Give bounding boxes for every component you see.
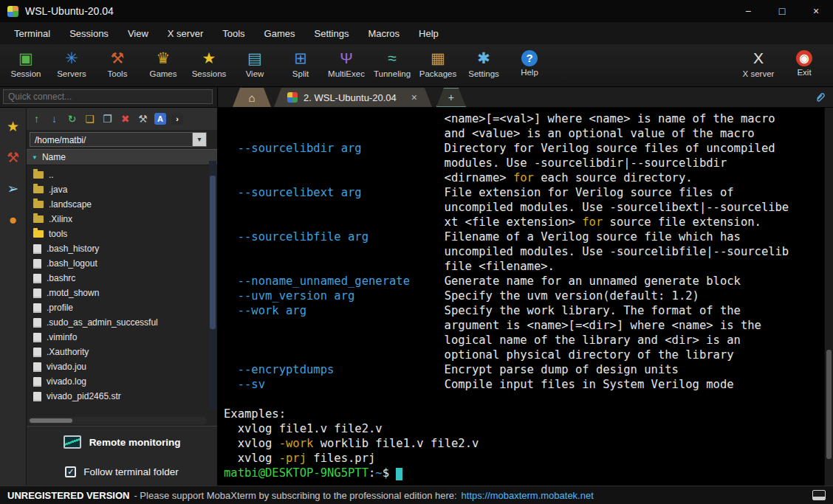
file-row[interactable]: .Xauthority: [27, 345, 217, 359]
mobatek-link[interactable]: https://mobaxterm.mobatek.net: [462, 490, 594, 501]
quick-connect-input[interactable]: [3, 89, 213, 104]
file-row[interactable]: vivado.log: [27, 374, 217, 389]
file-name: .java: [49, 184, 67, 195]
menu-x-server[interactable]: X server: [158, 28, 213, 39]
horizontal-scrollbar-thumb[interactable]: [30, 418, 72, 423]
file-row[interactable]: .profile: [27, 300, 217, 315]
terminal-line: matbi@DESKTOP-9NG5PTT:~$: [224, 466, 824, 480]
file-row[interactable]: vivado.jou: [27, 359, 217, 374]
menu-view[interactable]: View: [118, 28, 158, 39]
toolbar-games-button[interactable]: ♛Games: [140, 46, 186, 78]
terminal-scrollbar[interactable]: [824, 108, 833, 486]
file-name: vivado.jou: [47, 362, 86, 372]
folder-icon: [33, 215, 44, 223]
new-tab-button[interactable]: +: [436, 88, 466, 107]
remote-monitoring-button[interactable]: Remote monitoring: [27, 427, 217, 458]
terminal-line: xvlog file1.v file2.v: [224, 421, 824, 436]
toolbar-tools-button[interactable]: ⚒Tools: [95, 46, 140, 78]
terminal-line: xt <file extension> for source file exte…: [224, 215, 824, 229]
terminal-line: --work arg Specify the work library. The…: [224, 303, 824, 318]
path-combobox[interactable]: /home/matbi/: [30, 132, 193, 147]
new-folder-icon[interactable]: ❏: [82, 111, 97, 126]
file-name: .viminfo: [47, 332, 77, 342]
minimize-button[interactable]: −: [731, 0, 765, 22]
toolbar-sessions-button[interactable]: ★Sessions: [186, 46, 232, 78]
toolbar-packages-button[interactable]: ▦Packages: [415, 46, 461, 78]
file-row[interactable]: .viminfo: [27, 330, 217, 345]
toolbar-button-label: Tunneling: [374, 69, 411, 78]
path-row: /home/matbi/ ▾: [27, 130, 217, 149]
file-row[interactable]: .motd_shown: [27, 286, 217, 300]
toolbar-settings-button[interactable]: ✱Settings: [461, 46, 507, 78]
file-row[interactable]: .java: [27, 182, 217, 197]
terminal-line: --sv Compile input files in System Veril…: [224, 377, 824, 392]
file-row[interactable]: vivado_pid2465.str: [27, 389, 217, 404]
detach-terminal-icon[interactable]: [812, 490, 826, 500]
toolbar-help-button[interactable]: ?Help: [507, 46, 552, 77]
file-row[interactable]: .Xilinx: [27, 212, 217, 227]
terminal-line: xvlog -prj files.prj: [224, 451, 824, 466]
tab-home[interactable]: ⌂: [233, 88, 271, 107]
new-file-icon[interactable]: ❐: [100, 111, 115, 126]
sessions-tab-icon[interactable]: ★: [7, 120, 19, 134]
toolbar-servers-button[interactable]: ✳Servers: [49, 46, 95, 78]
window-title: WSL-Ubuntu-20.04: [25, 5, 114, 17]
file-list-scrollbar[interactable]: [209, 161, 216, 409]
menu-terminal[interactable]: Terminal: [4, 28, 60, 39]
file-row[interactable]: .bash_logout: [27, 256, 217, 271]
split-icon: ⊞: [294, 49, 307, 68]
terminal-line: uncompiled modules. Use -sourcelibext|--…: [224, 200, 824, 215]
font-size-icon[interactable]: A: [154, 113, 166, 125]
macros-tab-icon[interactable]: ➢: [7, 182, 19, 196]
tools-tab-icon[interactable]: ⚒: [7, 151, 19, 165]
file-row[interactable]: .bashrc: [27, 271, 217, 286]
terminal-output[interactable]: <name>[=<val>] where <name> is name of t…: [218, 108, 824, 486]
file-row[interactable]: .bash_history: [27, 241, 217, 256]
menu-help[interactable]: Help: [409, 28, 448, 39]
terminal-line: argument is <name>[=<dir>] where <name> …: [224, 318, 824, 333]
horizontal-scrollbar[interactable]: [28, 417, 207, 424]
file-list-header[interactable]: ▼ Name: [27, 149, 217, 165]
file-name: .bash_history: [47, 244, 99, 254]
terminal-scrollbar-thumb[interactable]: [826, 350, 832, 459]
file-row[interactable]: .sudo_as_admin_successful: [27, 315, 217, 330]
file-list-scrollbar-thumb[interactable]: [210, 176, 216, 329]
console-icon[interactable]: ›: [171, 113, 183, 125]
wsl-session-icon: [287, 92, 298, 103]
refresh-icon[interactable]: ↻: [64, 111, 80, 126]
menu-settings[interactable]: Settings: [305, 28, 359, 39]
toolbar-multiexec-button[interactable]: ΨMultiExec: [323, 46, 369, 78]
terminal-line: optional physical directory of the libra…: [224, 348, 824, 362]
toolbar-split-button[interactable]: ⊞Split: [278, 46, 323, 78]
toolbar-x-server-button[interactable]: XX server: [736, 46, 781, 78]
upload-icon[interactable]: ↑: [29, 111, 44, 126]
combobox-arrow-icon[interactable]: ▾: [193, 132, 207, 147]
name-column-header: Name: [42, 152, 66, 162]
toolbar-tunneling-button[interactable]: ≈Tunneling: [369, 46, 415, 78]
delete-icon[interactable]: ✖: [117, 111, 133, 126]
toolbar-exit-button[interactable]: ◉Exit: [781, 46, 827, 77]
file-row[interactable]: tools: [27, 227, 217, 241]
toolbar-view-button[interactable]: ▤View: [232, 46, 278, 78]
toolbar-button-label: Sessions: [192, 69, 227, 78]
toolbar-session-button[interactable]: ▣Session: [3, 46, 49, 78]
menu-sessions[interactable]: Sessions: [60, 28, 118, 39]
follow-terminal-folder-checkbox[interactable]: ✓: [65, 466, 76, 477]
paperclip-icon[interactable]: [815, 92, 833, 103]
sftp-tab-icon[interactable]: ●: [9, 213, 17, 227]
remote-monitoring-label: Remote monitoring: [89, 437, 181, 448]
tab-close-icon[interactable]: ×: [411, 92, 417, 103]
file-icon: [33, 362, 41, 372]
window-controls: − □ ×: [731, 0, 833, 22]
file-row[interactable]: .landscape: [27, 197, 217, 212]
tab-wsl-ubuntu-session[interactable]: 2. WSL-Ubuntu-20.04 ×: [274, 88, 432, 107]
download-icon[interactable]: ↓: [47, 111, 62, 126]
wrench-icon[interactable]: ⚒: [135, 111, 151, 126]
menu-games[interactable]: Games: [255, 28, 305, 39]
file-row[interactable]: ..: [27, 168, 217, 182]
close-button[interactable]: ×: [799, 0, 833, 22]
maximize-button[interactable]: □: [765, 0, 799, 22]
tab-bar: ⌂ 2. WSL-Ubuntu-20.04 × +: [218, 87, 833, 107]
menu-tools[interactable]: Tools: [213, 28, 254, 39]
menu-macros[interactable]: Macros: [358, 28, 409, 39]
